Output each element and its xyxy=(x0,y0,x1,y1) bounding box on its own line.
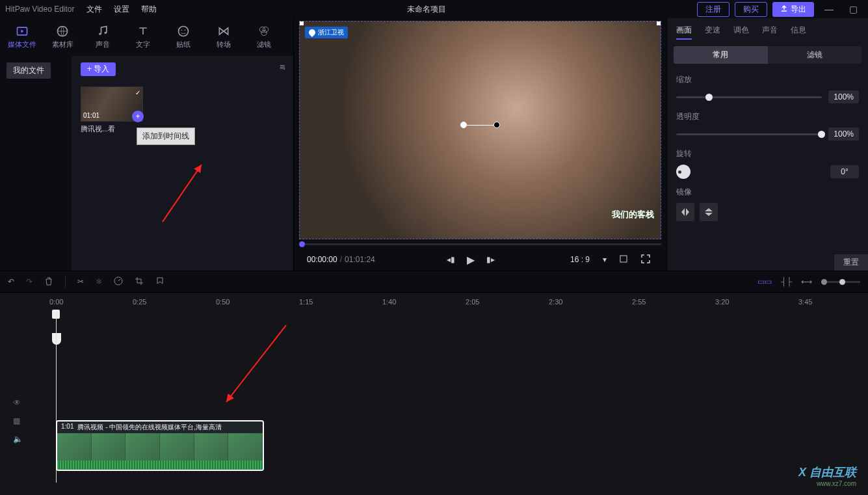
show-logo: 我们的客栈 xyxy=(612,209,654,221)
tab-stock[interactable]: 素材库 xyxy=(43,22,82,52)
rotation-knob[interactable] xyxy=(676,165,690,179)
svg-line-13 xyxy=(226,325,286,402)
track-audio-icon[interactable]: 🔈 xyxy=(13,435,56,444)
video-canvas[interactable]: 浙江卫视 我们的客栈 xyxy=(299,21,661,239)
crop-button[interactable] xyxy=(135,276,144,288)
register-button[interactable]: 注册 xyxy=(697,2,730,17)
sort-icon[interactable]: ≡↓ xyxy=(280,62,284,72)
media-thumbnail[interactable]: ✓ 01:01 + 腾讯视...看 xyxy=(81,87,143,134)
properties-panel: 画面 变速 调色 声音 信息 常用 滤镜 缩放 100% 透明度 100% 旋转 xyxy=(666,18,868,271)
rotation-handle[interactable] xyxy=(493,122,500,128)
time-current: 00:00:00 xyxy=(307,255,337,264)
redo-button[interactable]: ↷ xyxy=(26,277,33,286)
prop-tab-audio[interactable]: 声音 xyxy=(762,25,778,40)
prev-frame-button[interactable]: ◂▮ xyxy=(444,255,458,264)
rotation-label: 旋转 xyxy=(676,148,859,159)
ratio-dropdown-icon[interactable]: ▾ xyxy=(600,255,609,264)
svg-point-2 xyxy=(99,33,101,35)
mirror-label: 镜像 xyxy=(676,187,859,198)
view-mode-1[interactable]: ▭▭ xyxy=(757,277,772,286)
next-frame-button[interactable]: ▮▸ xyxy=(484,255,497,264)
playhead-scissor[interactable] xyxy=(52,333,61,345)
add-to-timeline-button[interactable]: + xyxy=(132,111,144,122)
tab-filter[interactable]: 滤镜 xyxy=(244,22,283,52)
prop-tab-video[interactable]: 画面 xyxy=(676,25,692,40)
opacity-value[interactable]: 100% xyxy=(828,127,859,140)
resize-handle-tr[interactable] xyxy=(657,21,661,25)
freeze-button[interactable]: ❄ xyxy=(96,277,102,286)
cut-button[interactable]: ✂ xyxy=(77,277,84,286)
mirror-vertical-button[interactable] xyxy=(700,203,718,221)
view-mode-2[interactable]: ┤├ xyxy=(781,277,792,286)
subtab-common[interactable]: 常用 xyxy=(674,46,768,64)
project-title: 未命名项目 xyxy=(168,4,686,15)
speed-button[interactable] xyxy=(114,276,123,288)
clip-waveform xyxy=(57,461,263,471)
preview-panel: 浙江卫视 我们的客栈 00:00:00/01:01:24 ◂▮ ▶ ▮▸ 16 … xyxy=(294,18,666,271)
playback-bar: 00:00:00/01:01:24 ◂▮ ▶ ▮▸ 16 : 9 ▾ xyxy=(299,248,661,271)
fullscreen-button[interactable] xyxy=(638,254,653,266)
tab-transition[interactable]: 转场 xyxy=(204,22,243,52)
tooltip: 添加到时间线 xyxy=(137,127,195,145)
tab-sticker[interactable]: 贴纸 xyxy=(164,22,203,52)
rotation-bar[interactable] xyxy=(463,125,498,126)
timeline-clip[interactable]: 1:01腾讯视频 - 中国领先的在线视频媒体平台,海量高清 xyxy=(56,420,264,471)
zoom-slider[interactable] xyxy=(821,281,860,283)
tab-text[interactable]: 文字 xyxy=(124,22,163,52)
crop-button[interactable] xyxy=(616,254,631,266)
reset-button[interactable]: 重置 xyxy=(834,254,868,271)
edit-toolbar: ↶ ↷ ✂ ❄ ▭▭ ┤├ ⟷ xyxy=(0,271,868,293)
check-icon: ✓ xyxy=(135,89,140,96)
clip-duration: 1:01 xyxy=(61,423,73,432)
menu-help[interactable]: 帮助 xyxy=(141,4,157,15)
svg-point-5 xyxy=(181,30,183,31)
prop-tab-color[interactable]: 调色 xyxy=(733,25,749,40)
thumb-title: 腾讯视...看 xyxy=(81,124,143,134)
scrubber[interactable] xyxy=(299,239,661,248)
play-button[interactable]: ▶ xyxy=(464,254,477,266)
main-menu: 文件 设置 帮助 xyxy=(86,4,157,15)
svg-point-4 xyxy=(179,27,189,36)
prop-tab-info[interactable]: 信息 xyxy=(791,25,806,40)
buy-button[interactable]: 购买 xyxy=(735,2,767,17)
folder-my-files[interactable]: 我的文件 xyxy=(7,62,51,79)
timeline: 0:00 0:25 0:50 1:15 1:40 2:05 2:30 2:55 … xyxy=(0,293,868,495)
media-sidebar: 我的文件 xyxy=(0,56,72,271)
svg-rect-11 xyxy=(620,256,627,262)
svg-point-9 xyxy=(261,30,267,35)
tab-audio[interactable]: 声音 xyxy=(83,22,122,52)
delete-button[interactable] xyxy=(44,276,53,288)
media-panel: 媒体文件 素材库 声音 文字 贴纸 转场 滤镜 我的文件 + 导入 ≡↓ ✓ 0… xyxy=(0,18,294,271)
maximize-button[interactable]: ▢ xyxy=(844,4,863,14)
scale-value[interactable]: 100% xyxy=(828,90,859,103)
export-button[interactable]: 导出 xyxy=(772,2,814,17)
category-tabs: 媒体文件 素材库 声音 文字 贴纸 转场 滤镜 xyxy=(0,18,293,56)
mirror-horizontal-button[interactable] xyxy=(676,203,694,221)
undo-button[interactable]: ↶ xyxy=(8,277,14,286)
track-type-icon: ▦ xyxy=(13,416,56,425)
minimize-button[interactable]: — xyxy=(819,4,839,14)
subtab-filter[interactable]: 滤镜 xyxy=(768,46,862,64)
media-list: + 导入 ≡↓ ✓ 01:01 + 腾讯视...看 xyxy=(72,56,293,271)
watermark: X 自由互联 www.xz7.com xyxy=(798,464,856,487)
resize-handle-tl[interactable] xyxy=(299,21,304,25)
svg-point-6 xyxy=(185,30,186,31)
marker-button[interactable] xyxy=(155,276,164,288)
rotation-value[interactable]: 0° xyxy=(830,165,859,178)
menu-settings[interactable]: 设置 xyxy=(114,4,129,15)
prop-tab-speed[interactable]: 变速 xyxy=(705,25,720,40)
scale-slider[interactable] xyxy=(676,96,822,98)
menu-file[interactable]: 文件 xyxy=(86,4,102,15)
aspect-ratio[interactable]: 16 : 9 xyxy=(570,255,590,264)
track-visibility-icon[interactable]: 👁 xyxy=(13,398,56,407)
svg-line-10 xyxy=(163,165,202,222)
import-button[interactable]: + 导入 xyxy=(81,62,116,76)
thumb-duration: 01:01 xyxy=(83,112,99,119)
scale-label: 缩放 xyxy=(676,74,859,85)
view-mode-3[interactable]: ⟷ xyxy=(801,277,812,286)
opacity-label: 透明度 xyxy=(676,111,859,122)
rotation-anchor[interactable] xyxy=(460,122,467,128)
tab-media[interactable]: 媒体文件 xyxy=(3,22,42,52)
time-ruler[interactable]: 0:00 0:25 0:50 1:15 1:40 2:05 2:30 2:55 … xyxy=(0,293,868,314)
opacity-slider[interactable] xyxy=(676,133,822,135)
